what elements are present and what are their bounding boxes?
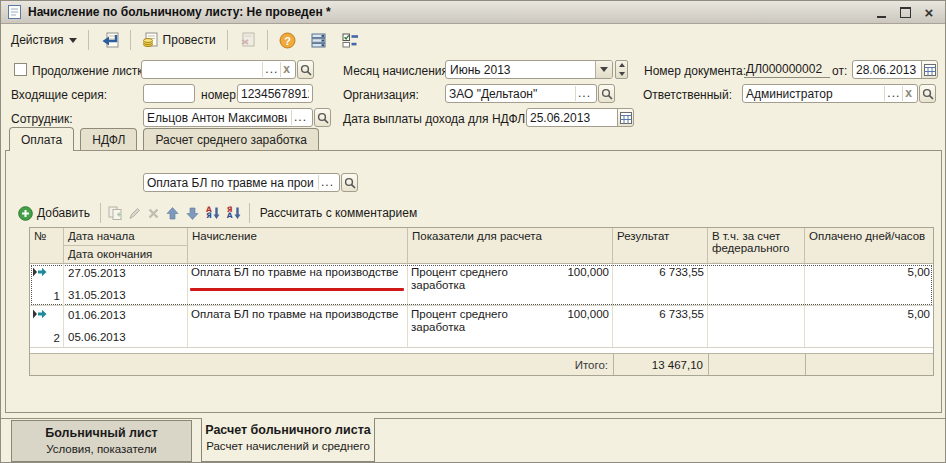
doc-date-from-label: от: (832, 64, 847, 78)
doc-date-calendar-button[interactable] (921, 60, 938, 79)
chevron-down-icon[interactable] (595, 61, 612, 78)
add-row-button[interactable]: Добавить (15, 205, 93, 222)
delete-row-icon (147, 207, 160, 220)
window-title: Начисление по больничному листу: Не пров… (28, 5, 867, 19)
choose-button[interactable]: ... (884, 86, 902, 101)
responsible-label: Ответственный: (643, 88, 732, 102)
sort-ascending-icon[interactable]: АЯ (205, 206, 221, 220)
cell-row-marker[interactable]: 2 (30, 306, 64, 347)
responsible-lookup-button[interactable] (919, 84, 936, 103)
save-button[interactable] (94, 28, 125, 52)
header-accrual: Начисление (188, 228, 408, 263)
list-settings-icon (311, 33, 327, 48)
series-input[interactable] (143, 84, 195, 103)
organization-input[interactable]: ЗАО "Дельтаон" ... (445, 84, 597, 103)
fss-lookup-button[interactable] (341, 173, 358, 192)
month-spinner[interactable] (615, 60, 628, 79)
organization-lookup-button[interactable] (598, 84, 615, 103)
continuation-label: Продолжение листка (32, 64, 150, 78)
post-button-label: Провести (163, 33, 216, 47)
month-combo[interactable]: Июнь 2013 (445, 60, 613, 79)
post-button[interactable]: Провести (136, 28, 222, 52)
calendar-icon (924, 64, 936, 76)
list-settings-button[interactable] (305, 29, 333, 52)
choose-button[interactable]: ... (291, 110, 309, 125)
move-down-icon[interactable] (185, 206, 200, 221)
copy-row-icon (108, 206, 123, 221)
header-indicators: Показатели для расчета (408, 228, 613, 263)
cell-paid-days[interactable]: 5,00 (805, 306, 933, 347)
number-input[interactable]: 123456789123 (237, 84, 313, 103)
employee-lookup-button[interactable] (314, 108, 331, 127)
toolbar-separator (249, 203, 250, 223)
cell-paid-days[interactable]: 5,00 (805, 264, 933, 305)
header-result: Результат (613, 228, 708, 263)
total-federal (708, 354, 805, 375)
tab-oplata[interactable]: Оплата (9, 127, 74, 151)
page-tab-sick-list-calculation[interactable]: Расчет больничного листа Расчет начислен… (201, 418, 375, 462)
grid-toolbar: Добавить АЯ ЯА Рассчитать с комментарием (15, 202, 420, 224)
tab-ndfl[interactable]: НДФЛ (80, 128, 137, 150)
cell-dates[interactable]: 27.05.2013 31.05.2013 (64, 264, 188, 305)
cell-federal[interactable] (708, 306, 805, 347)
choose-button[interactable]: ... (575, 86, 593, 101)
row-marker-icon (32, 309, 47, 321)
ndfl-date-input[interactable]: 25.06.2013 (526, 108, 618, 127)
sort-descending-icon[interactable]: ЯА (226, 206, 242, 220)
cell-federal[interactable] (708, 264, 805, 305)
choose-button[interactable]: ... (318, 175, 336, 190)
move-up-icon[interactable] (165, 206, 180, 221)
cell-indicators[interactable]: Процент среднего заработка 100,000 (408, 264, 613, 305)
header-num: № (30, 228, 64, 263)
magnifier-icon (317, 112, 329, 124)
calendar-icon (620, 112, 632, 124)
actions-menu-button[interactable]: Действия (5, 29, 83, 51)
employee-label: Сотрудник: (11, 112, 73, 126)
svg-text:?: ? (284, 34, 291, 46)
cell-accrual[interactable]: Оплата БЛ по травме на производстве (188, 264, 408, 305)
magnifier-icon (922, 88, 934, 100)
doc-number-value[interactable]: ДЛ000000002 (744, 61, 830, 78)
employee-input[interactable]: Ельцов Антон Максимович ... (143, 108, 313, 127)
close-button[interactable]: × (921, 5, 937, 20)
tab-strip: Оплата НДФЛ Расчет среднего заработка (9, 128, 319, 151)
calculate-with-comment-button[interactable]: Рассчитать с комментарием (257, 205, 420, 221)
cell-dates[interactable]: 01.06.2013 05.06.2013 (64, 306, 188, 347)
header-federal: В т.ч. за счет федерального ... (708, 228, 805, 263)
tab-average-earnings[interactable]: Расчет среднего заработка (143, 128, 319, 150)
cell-accrual[interactable]: Оплата БЛ по травме на производстве (188, 306, 408, 347)
clear-icon[interactable]: x (902, 86, 914, 101)
document-icon (7, 4, 22, 20)
doc-date-input[interactable]: 28.06.2013 (852, 60, 922, 79)
continuation-lookup-button[interactable] (297, 60, 314, 79)
toolbar-separator (100, 203, 101, 223)
magnifier-icon (344, 177, 356, 189)
cell-indicators[interactable]: Процент среднего заработка 100,000 (408, 306, 613, 347)
cell-result[interactable]: 6 733,55 (613, 264, 708, 305)
form-settings-icon (342, 33, 359, 48)
choose-button[interactable]: ... (262, 62, 280, 77)
title-bar: Начисление по больничному листу: Не пров… (1, 1, 945, 24)
continuation-checkbox[interactable] (14, 63, 27, 76)
continuation-input[interactable]: ... x (141, 60, 296, 79)
help-button[interactable]: ? (273, 28, 302, 53)
total-paid (805, 354, 933, 375)
table-row[interactable]: 2 01.06.2013 05.06.2013 Оплата БЛ по тра… (30, 306, 933, 348)
ndfl-calendar-button[interactable] (617, 108, 634, 127)
doc-number-label: Номер документа: (644, 64, 746, 78)
edit-row-icon (128, 206, 142, 220)
cell-row-marker[interactable]: 1 (30, 264, 64, 305)
cell-result[interactable]: 6 733,55 (613, 306, 708, 347)
page-tab-sick-list[interactable]: Больничный лист Условия, показатели (11, 420, 192, 462)
fss-benefit-input[interactable]: Оплата БЛ по травме на производ ... (143, 173, 340, 192)
maximize-button[interactable] (897, 5, 913, 20)
accruals-table: № Дата начала Дата окончания Начисление … (29, 227, 934, 376)
minimize-button[interactable] (873, 5, 889, 20)
table-row[interactable]: 1 27.05.2013 31.05.2013 Оплата БЛ по тра… (30, 264, 933, 306)
spin-down-icon (616, 70, 627, 79)
spin-up-icon (616, 61, 627, 70)
form-settings-button[interactable] (336, 29, 365, 52)
red-annotation-underline (190, 288, 404, 291)
clear-icon[interactable]: x (280, 62, 292, 77)
responsible-input[interactable]: Администратор ... x (742, 84, 918, 103)
